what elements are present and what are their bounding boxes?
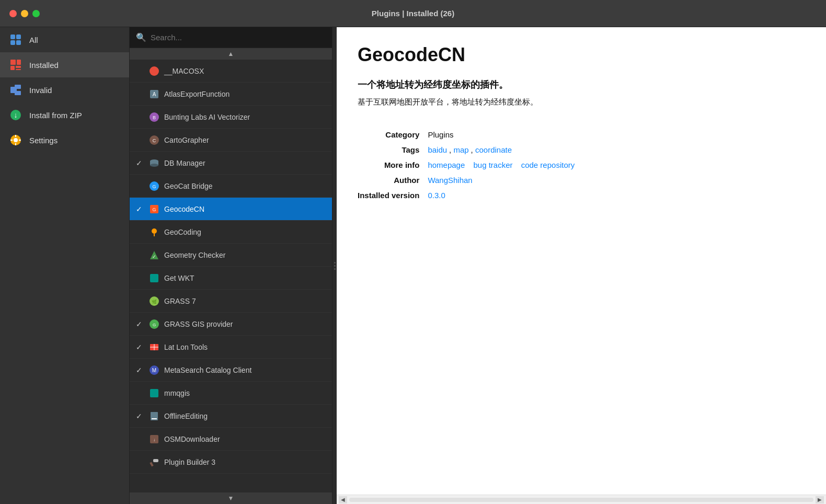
hscroll-left-button[interactable]: ◀ (339, 496, 347, 503)
svg-rect-7 (16, 66, 21, 68)
splitter[interactable] (332, 27, 337, 504)
meta-label-tags: Tags (358, 144, 428, 154)
svg-rect-0 (10, 35, 15, 39)
plugin-item-bunting[interactable]: B Bunting Labs AI Vectorizer (130, 106, 332, 129)
meta-label-category: Category (358, 129, 428, 139)
tag-coordinate[interactable]: coordinate (475, 145, 512, 154)
plugin-list: __MACOSX A AtlasExportFunction B Bunting… (130, 60, 332, 492)
plugin-item-cartographer[interactable]: C CartoGrapher (130, 129, 332, 152)
search-input[interactable] (151, 33, 326, 42)
splitter-dot-3 (334, 268, 336, 270)
plugin-check-offlineediting: ✓ (136, 412, 144, 420)
meta-row-category: Category Plugins (358, 129, 581, 139)
plugin-item-latlontools[interactable]: ✓ Lat Lon Tools (130, 336, 332, 359)
plugin-item-dbmanager[interactable]: ✓ DB Manager (130, 152, 332, 175)
plugin-item-macosx[interactable]: __MACOSX (130, 60, 332, 83)
hscroll-track (349, 498, 813, 502)
svg-rect-48 (150, 389, 158, 397)
svg-point-15 (14, 138, 18, 142)
svg-text:M: M (152, 368, 156, 373)
sidebar-item-invalid[interactable]: Invalid (0, 77, 129, 102)
plugin-icon-geocat: G (148, 180, 160, 192)
svg-rect-4 (10, 60, 16, 65)
plugin-item-getwkt[interactable]: Get WKT (130, 267, 332, 290)
plugin-item-geomchecker[interactable]: ✓ Geometry Checker (130, 244, 332, 267)
meta-value-author: WangShihan (428, 175, 581, 185)
plugin-item-osmdownloader[interactable]: ↓ OSMDownloader (130, 428, 332, 451)
svg-text:🌿: 🌿 (152, 299, 157, 304)
svg-rect-38 (150, 274, 158, 282)
plugin-name-cartographer: CartoGrapher (164, 136, 326, 144)
svg-point-29 (150, 164, 158, 167)
meta-row-version: Installed version 0.3.0 (358, 190, 581, 200)
sidebar-item-settings[interactable]: Settings (0, 128, 129, 153)
plugin-name-grass7: GRASS 7 (164, 297, 326, 305)
meta-row-moreinfo: More info homepage bug tracker code repo… (358, 159, 581, 169)
maximize-button[interactable] (32, 10, 40, 17)
sidebar-item-install-from-zip[interactable]: ↓ Install from ZIP (0, 102, 129, 128)
traffic-lights (9, 10, 40, 17)
title-bar: Plugins | Installed (26) (0, 0, 826, 27)
scroll-down-button[interactable]: ▼ (130, 492, 332, 504)
sidebar-item-all[interactable]: All (0, 27, 129, 52)
minimize-button[interactable] (21, 10, 28, 17)
sidebar-install-zip-label: Install from ZIP (29, 111, 82, 120)
svg-rect-8 (16, 69, 21, 70)
meta-value-version: 0.3.0 (428, 190, 581, 200)
svg-rect-5 (17, 60, 21, 65)
plugin-item-geocat[interactable]: G GeoCat Bridge (130, 175, 332, 198)
link-coderepository[interactable]: code repository (521, 161, 575, 169)
plugin-name-dbmanager: DB Manager (164, 159, 326, 167)
meta-row-author: Author WangShihan (358, 175, 581, 185)
scroll-up-button[interactable]: ▲ (130, 48, 332, 60)
plugin-item-offlineediting[interactable]: ✓ OfflineEditing (130, 405, 332, 428)
plugin-item-mmqgis[interactable]: mmqgis (130, 382, 332, 405)
svg-rect-6 (10, 66, 15, 70)
sidebar-installed-label: Installed (29, 61, 59, 70)
plugin-item-grassprovider[interactable]: ✓ G GRASS GIS provider (130, 313, 332, 336)
plugin-icon-grass7: 🌿 (148, 295, 160, 307)
tag-map[interactable]: map (453, 145, 468, 154)
svg-rect-1 (16, 35, 21, 39)
plugin-name-geocodecn: GeocodeCN (164, 205, 326, 213)
link-bugtracker[interactable]: bug tracker (473, 161, 512, 169)
svg-rect-3 (16, 40, 21, 45)
meta-value-tags: baidu, map, coordinate (428, 144, 581, 154)
invalid-icon (8, 83, 23, 97)
author-link[interactable]: WangShihan (428, 176, 472, 185)
plugin-item-metasearch[interactable]: ✓ M MetaSearch Catalog Client (130, 359, 332, 382)
plugin-item-geocoding[interactable]: GeoCoding (130, 221, 332, 244)
sidebar-item-installed[interactable]: Installed (0, 52, 129, 77)
sidebar-invalid-label: Invalid (29, 86, 52, 95)
plugin-item-atlas[interactable]: A AtlasExportFunction (130, 83, 332, 106)
main-container: All Installed In (0, 27, 826, 504)
splitter-handle (334, 262, 336, 270)
plugin-icon-dbmanager (148, 157, 160, 169)
plugin-item-pluginbuilder[interactable]: Plugin Builder 3 (130, 451, 332, 474)
plugin-item-grass7[interactable]: 🌿 GRASS 7 (130, 290, 332, 313)
plugin-check-geocodecn: ✓ (136, 205, 144, 213)
detail-panel: GeocodeCN 一个将地址转为经纬度坐标的插件。 基于互联网地图开放平台，将… (337, 27, 826, 504)
plugin-name-geomchecker: Geometry Checker (164, 251, 326, 259)
search-icon: 🔍 (136, 32, 146, 42)
plugin-icon-offlineediting (148, 410, 160, 422)
svg-rect-53 (150, 462, 153, 466)
plugin-icon-osmdownloader: ↓ (148, 433, 160, 445)
plugin-icon-metasearch: M (148, 364, 160, 376)
svg-text:C: C (153, 138, 156, 143)
search-bar: 🔍 (130, 27, 332, 48)
meta-label-moreinfo: More info (358, 159, 428, 169)
svg-rect-50 (152, 418, 157, 419)
tag-baidu[interactable]: baidu (428, 145, 447, 154)
svg-rect-18 (10, 140, 13, 141)
hscroll-right-button[interactable]: ▶ (816, 496, 824, 503)
close-button[interactable] (9, 10, 17, 17)
plugin-item-geocodecn[interactable]: ✓ G GeocodeCN (130, 198, 332, 221)
splitter-dot-2 (334, 265, 336, 267)
plugin-name-bunting: Bunting Labs AI Vectorizer (164, 113, 326, 121)
plugin-name-geocoding: GeoCoding (164, 228, 326, 236)
detail-content: GeocodeCN 一个将地址转为经纬度坐标的插件。 基于互联网地图开放平台，将… (337, 27, 826, 495)
plugin-name-macosx: __MACOSX (164, 67, 326, 75)
plugin-icon-geocoding (148, 226, 160, 238)
link-homepage[interactable]: homepage (428, 161, 465, 169)
